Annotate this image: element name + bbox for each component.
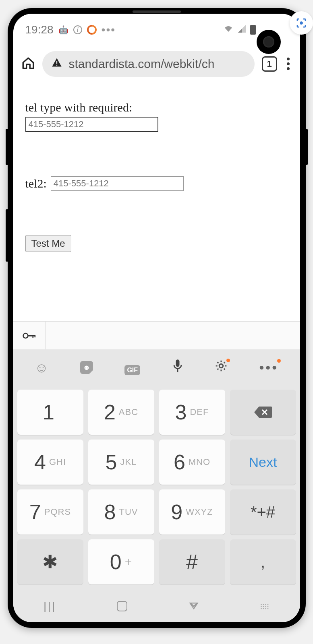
svg-rect-1	[56, 61, 57, 64]
key-2[interactable]: 2ABC	[88, 390, 154, 435]
svg-point-0	[301, 22, 303, 24]
key-9[interactable]: 9WXYZ	[159, 489, 225, 535]
key-hash[interactable]: #	[159, 539, 225, 584]
key-next[interactable]: Next	[230, 440, 296, 485]
svg-point-3	[23, 333, 28, 338]
mic-icon[interactable]	[172, 359, 183, 376]
tab-count-badge[interactable]: 1	[262, 56, 277, 72]
phone-frame: 19:28 🤖 i •••	[8, 8, 306, 628]
url-bar[interactable]: standardista.com/webkit/ch	[42, 51, 255, 77]
svg-rect-4	[28, 335, 35, 336]
key-7[interactable]: 7PQRS	[17, 489, 83, 535]
url-text: standardista.com/webkit/ch	[69, 57, 215, 71]
nav-keyboard-icon[interactable]: ▪▪▪▪▪▪▪▪▪▪▪▪	[261, 603, 269, 609]
test-me-button[interactable]: Test Me	[25, 235, 71, 252]
key-4[interactable]: 4GHI	[17, 440, 83, 485]
speaker-grille	[133, 10, 181, 13]
svg-point-9	[219, 364, 223, 367]
battery-icon	[250, 25, 256, 35]
key-symbols[interactable]: *+#	[230, 489, 296, 535]
password-bar	[13, 321, 300, 349]
svg-rect-7	[176, 359, 179, 367]
gif-icon[interactable]: GIF	[124, 360, 140, 376]
key-6[interactable]: 6MNO	[159, 440, 225, 485]
nav-back-icon[interactable]	[188, 599, 199, 613]
page-content: tel type with required: tel2: Test Me	[13, 82, 300, 321]
gear-icon[interactable]	[215, 359, 228, 376]
scan-widget-icon[interactable]	[290, 11, 313, 35]
key-8[interactable]: 8TUV	[88, 489, 154, 535]
key-star[interactable]: ✱	[17, 539, 83, 584]
keyboard-toolbar: ☺ ☻ GIF •••	[13, 349, 300, 386]
info-icon: i	[73, 25, 82, 34]
browser-menu-icon[interactable]	[284, 58, 292, 70]
key-backspace[interactable]	[230, 390, 296, 435]
more-horiz-icon[interactable]: •••	[259, 360, 278, 376]
sticker-icon[interactable]: ☻	[80, 361, 93, 374]
key-0[interactable]: 0+	[88, 539, 154, 584]
numeric-keypad: 1 2ABC 3DEF 4GHI 5JKL 6MNO Next 7PQRS 8T…	[13, 386, 300, 590]
nav-bar: ||| ▪▪▪▪▪▪▪▪▪▪▪▪	[13, 590, 300, 622]
browser-toolbar: standardista.com/webkit/ch 1	[13, 46, 300, 82]
cell-signal-icon	[237, 25, 246, 35]
tel2-input[interactable]	[51, 176, 184, 191]
tel1-label: tel type with required:	[25, 101, 288, 114]
emoji-icon[interactable]: ☺	[35, 360, 49, 376]
tel1-input[interactable]	[25, 117, 158, 132]
home-icon[interactable]	[21, 56, 35, 72]
key-icon[interactable]	[13, 322, 46, 349]
svg-rect-6	[35, 335, 36, 337]
wifi-icon	[224, 25, 233, 35]
tel2-label: tel2:	[25, 177, 47, 190]
svg-rect-2	[56, 65, 57, 66]
nav-home-icon[interactable]	[117, 601, 127, 611]
key-5[interactable]: 5JKL	[88, 440, 154, 485]
camera-hole	[257, 30, 281, 54]
key-3[interactable]: 3DEF	[159, 390, 225, 435]
warning-triangle-icon	[51, 57, 62, 71]
swirl-app-icon	[87, 25, 97, 35]
android-icon: 🤖	[58, 25, 68, 35]
status-time: 19:28	[25, 23, 54, 36]
key-1[interactable]: 1	[17, 390, 83, 435]
key-comma[interactable]: ,	[230, 539, 296, 584]
more-notifications-icon: •••	[102, 23, 116, 36]
nav-recents-icon[interactable]: |||	[44, 600, 56, 613]
svg-rect-5	[33, 335, 34, 338]
